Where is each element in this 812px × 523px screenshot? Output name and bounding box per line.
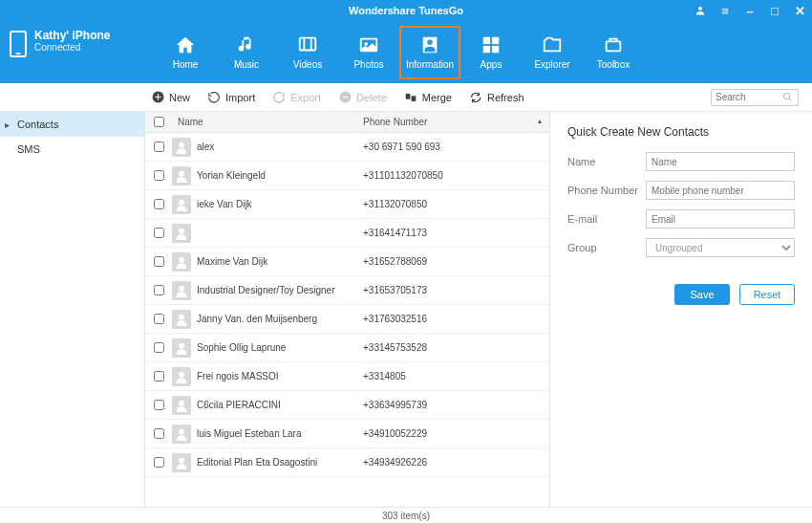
- group-label: Group: [567, 242, 646, 253]
- svg-point-0: [698, 7, 702, 11]
- sort-icon: ▴: [538, 117, 542, 125]
- device-name: Kathy' iPhone: [34, 29, 111, 42]
- row-checkbox[interactable]: [154, 457, 164, 468]
- avatar-icon: [172, 310, 191, 329]
- app-title: Wondershare TunesGo: [349, 5, 463, 16]
- avatar-icon: [172, 396, 191, 415]
- phone-icon: [10, 31, 27, 57]
- row-checkbox[interactable]: [154, 342, 164, 353]
- group-select[interactable]: Ungrouped: [646, 238, 795, 257]
- svg-point-19: [179, 228, 184, 233]
- svg-point-24: [179, 371, 184, 377]
- panel-title: Quick Create New Contacts: [567, 125, 795, 139]
- svg-rect-7: [492, 37, 499, 44]
- contact-list: Name Phone Number▴ alex+30 6971 590 693Y…: [145, 112, 550, 507]
- user-icon[interactable]: [694, 4, 707, 17]
- new-button[interactable]: New: [151, 91, 190, 104]
- svg-point-17: [179, 170, 184, 176]
- table-row[interactable]: luis Miguel Esteban Lara+34910052229: [145, 420, 549, 448]
- list-rows[interactable]: alex+30 6971 590 693Yorian Kleingeld+311…: [145, 133, 549, 507]
- table-row[interactable]: alex+30 6971 590 693: [145, 133, 549, 162]
- table-row[interactable]: Sophie Ollig Laprune+33145753528: [145, 334, 549, 362]
- sidebar-item-sms[interactable]: SMS: [0, 137, 144, 162]
- phone-label: Phone Number: [567, 185, 646, 196]
- row-checkbox[interactable]: [154, 228, 164, 238]
- import-button[interactable]: Import: [207, 91, 255, 104]
- nav-apps[interactable]: Apps: [460, 26, 522, 79]
- contact-name: Maxime Van Dijk: [197, 256, 363, 267]
- table-row[interactable]: Frei ngois MASSOI+3314805: [145, 362, 549, 391]
- table-row[interactable]: Yorian Kleingeld+31101132070850: [145, 162, 549, 190]
- nav-photos[interactable]: Photos: [338, 26, 399, 79]
- close-icon[interactable]: ✕: [793, 4, 806, 17]
- contact-name: Editorial Plan Eta Dsagostini: [197, 457, 363, 468]
- photos-icon: [356, 34, 381, 55]
- svg-point-25: [179, 400, 184, 405]
- search-input[interactable]: [716, 92, 782, 102]
- merge-button[interactable]: Merge: [404, 91, 452, 104]
- avatar-icon: [172, 281, 191, 300]
- table-row[interactable]: Janny Van. den Muijsenberg+31763032516: [145, 305, 549, 334]
- search-icon: [782, 92, 793, 102]
- avatar-icon: [172, 453, 191, 472]
- col-phone[interactable]: Phone Number▴: [363, 117, 549, 127]
- delete-icon: [338, 91, 352, 104]
- delete-button[interactable]: Delete: [338, 91, 387, 104]
- sidebar-item-contacts[interactable]: Contacts: [0, 112, 144, 137]
- contact-name: Janny Van. den Muijsenberg: [197, 314, 363, 324]
- table-row[interactable]: +31641471173: [145, 219, 549, 248]
- phone-field[interactable]: [646, 181, 795, 200]
- row-checkbox[interactable]: [154, 142, 164, 152]
- row-checkbox[interactable]: [154, 314, 164, 324]
- refresh-button[interactable]: Refresh: [469, 91, 524, 104]
- svg-point-18: [179, 199, 184, 205]
- minimize-icon[interactable]: –: [743, 4, 757, 17]
- nav-toolbox[interactable]: Toolbox: [583, 26, 644, 79]
- avatar-icon: [172, 138, 191, 157]
- email-field[interactable]: [646, 209, 795, 229]
- row-checkbox[interactable]: [154, 256, 164, 267]
- refresh-icon: [469, 91, 482, 104]
- svg-rect-13: [406, 93, 411, 98]
- svg-point-26: [179, 428, 184, 434]
- nav-music[interactable]: Music: [216, 26, 277, 79]
- nav-explorer[interactable]: Explorer: [522, 26, 583, 79]
- table-row[interactable]: Industrial Designer/Toy Designer+3165370…: [145, 276, 549, 305]
- row-checkbox[interactable]: [154, 285, 164, 295]
- row-checkbox[interactable]: [154, 199, 164, 209]
- col-name[interactable]: Name: [172, 117, 363, 127]
- avatar-icon: [172, 224, 191, 243]
- contact-name: ieke Van Dijk: [197, 199, 363, 209]
- table-row[interactable]: Maxime Van Dijk+31652788069: [145, 248, 549, 276]
- table-row[interactable]: Editorial Plan Eta Dsagostini+3493492622…: [145, 448, 549, 477]
- device-panel[interactable]: Kathy' iPhone Connected: [0, 21, 145, 83]
- row-checkbox[interactable]: [154, 428, 164, 439]
- search-box[interactable]: [711, 89, 799, 106]
- row-checkbox[interactable]: [154, 170, 164, 181]
- row-checkbox[interactable]: [154, 400, 164, 410]
- save-button[interactable]: Save: [674, 284, 730, 305]
- toolbox-icon: [601, 34, 626, 55]
- row-checkbox[interactable]: [154, 371, 164, 381]
- avatar-icon: [172, 252, 191, 272]
- contact-name: C6cila PIERACCINI: [197, 400, 363, 410]
- reset-button[interactable]: Reset: [739, 284, 795, 305]
- table-row[interactable]: C6cila PIERACCINI+33634995739: [145, 391, 549, 420]
- contact-name: luis Miguel Esteban Lara: [197, 428, 363, 439]
- nav-information[interactable]: Information: [399, 26, 460, 79]
- nav-home[interactable]: Home: [155, 26, 216, 79]
- select-all-checkbox[interactable]: [154, 117, 164, 127]
- contact-phone: +31641471173: [363, 228, 549, 238]
- table-row[interactable]: ieke Van Dijk+31132070850: [145, 190, 549, 219]
- svg-point-21: [179, 285, 184, 291]
- menu-icon[interactable]: ≡: [718, 4, 732, 17]
- music-icon: [234, 34, 259, 55]
- svg-rect-14: [411, 96, 416, 101]
- maximize-icon[interactable]: □: [768, 4, 781, 17]
- contact-phone: +31652788069: [363, 256, 549, 267]
- name-field[interactable]: [646, 152, 795, 171]
- status-bar: 303 item(s): [0, 507, 812, 523]
- export-button[interactable]: Export: [272, 91, 321, 104]
- device-status: Connected: [34, 42, 111, 53]
- nav-videos[interactable]: Videos: [277, 26, 338, 79]
